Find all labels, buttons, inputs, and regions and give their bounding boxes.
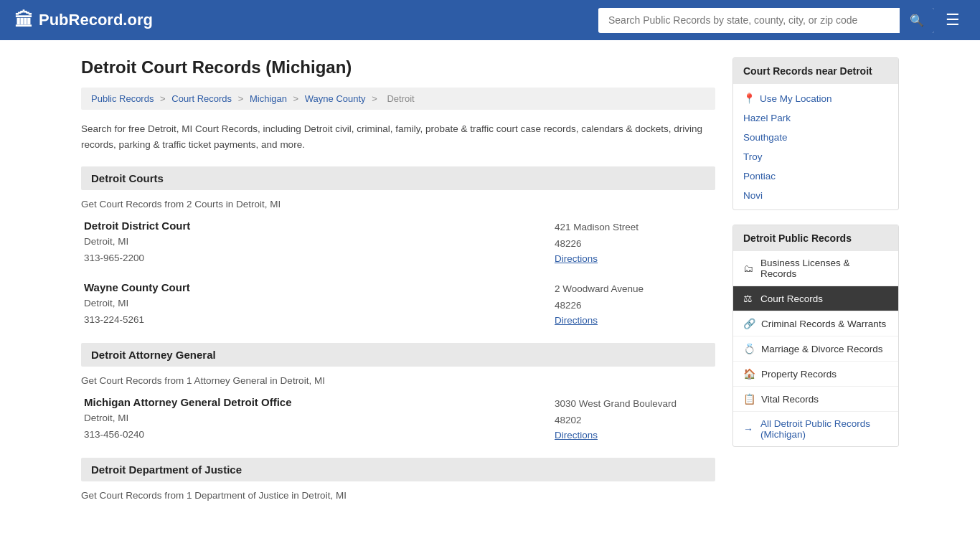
court-phone-ag: 313-456-0240 <box>84 427 526 443</box>
vital-records-link[interactable]: Vital Records <box>761 394 819 405</box>
pontiac-link[interactable]: Pontiac <box>743 171 776 182</box>
sidebar-near-southgate[interactable]: Southgate <box>733 128 898 147</box>
directions-link-district[interactable]: Directions <box>555 253 598 264</box>
court-name-ag: Michigan Attorney General Detroit Office <box>84 396 526 408</box>
breadcrumb-sep-3: > <box>293 93 301 104</box>
breadcrumb-public-records[interactable]: Public Records <box>91 93 154 104</box>
court-entry-wayne: Wayne County Court Detroit, MI 313-224-5… <box>81 281 715 329</box>
court-entry-district: Detroit District Court Detroit, MI 313-9… <box>81 220 715 267</box>
main-container: Detroit Court Records (Michigan) Public … <box>67 40 913 528</box>
sidebar-pub-marriage-records[interactable]: 💍 Marriage & Divorce Records <box>733 336 898 362</box>
court-address-ag: 3030 West Grand Boulevard <box>555 396 712 413</box>
sidebar-pub-vital-records[interactable]: 📋 Vital Records <box>733 387 898 412</box>
business-licenses-link[interactable]: Business Licenses & Records <box>760 258 888 279</box>
court-zip-wayne: 48226 <box>555 298 712 314</box>
property-records-link[interactable]: Property Records <box>761 369 837 380</box>
sidebar-use-location[interactable]: 📍 Use My Location <box>733 88 898 108</box>
scales-icon: ⚖ <box>743 293 755 304</box>
breadcrumb-sep-2: > <box>238 93 246 104</box>
logo-text: PubRecord.org <box>39 11 153 29</box>
arrow-right-icon: → <box>743 423 755 435</box>
header-right: 🔍 ☰ <box>598 8 966 33</box>
page-description: Search for free Detroit, MI Court Record… <box>81 121 715 152</box>
sidebar-near-troy[interactable]: Troy <box>733 147 898 166</box>
page-title: Detroit Court Records (Michigan) <box>81 57 715 77</box>
sidebar-pub-property-records[interactable]: 🏠 Property Records <box>733 362 898 387</box>
directions-link-ag[interactable]: Directions <box>555 430 598 441</box>
site-logo[interactable]: 🏛 PubRecord.org <box>14 9 153 32</box>
all-records-link[interactable]: All Detroit Public Records (Michigan) <box>760 418 888 440</box>
site-header: 🏛 PubRecord.org 🔍 ☰ <box>0 0 980 40</box>
briefcase-icon: 🗂 <box>743 263 755 274</box>
sidebar-pub-section: Detroit Public Records 🗂 Business Licens… <box>732 225 899 447</box>
novi-link[interactable]: Novi <box>743 190 763 201</box>
ring-icon: 💍 <box>743 343 755 354</box>
section-header-doj: Detroit Department of Justice <box>81 458 715 481</box>
court-name-wayne: Wayne County Court <box>84 281 526 293</box>
court-phone-wayne: 313-224-5261 <box>84 312 526 329</box>
location-pin-icon: 📍 <box>743 93 755 104</box>
sidebar-near-list: 📍 Use My Location Hazel Park Southgate T… <box>733 84 898 209</box>
marriage-records-link[interactable]: Marriage & Divorce Records <box>761 344 883 354</box>
ag-sub-desc: Get Court Records from 1 Attorney Genera… <box>81 375 715 386</box>
court-phone-district: 313-965-2200 <box>84 250 526 267</box>
court-entry-ag: Michigan Attorney General Detroit Office… <box>81 396 715 443</box>
court-address-wayne: 2 Woodward Avenue <box>555 281 712 298</box>
logo-icon: 🏛 <box>14 9 33 32</box>
court-address-district: 421 Madison Street <box>555 220 712 236</box>
clipboard-icon: 📋 <box>743 393 755 405</box>
court-zip-ag: 48202 <box>555 413 712 429</box>
court-name-district: Detroit District Court <box>84 220 526 232</box>
sidebar-near-hazel-park[interactable]: Hazel Park <box>733 108 898 128</box>
house-icon: 🏠 <box>743 368 755 380</box>
breadcrumb-sep-1: > <box>160 93 168 104</box>
breadcrumb-court-records[interactable]: Court Records <box>171 93 232 104</box>
court-city-ag: Detroit, MI <box>84 410 526 427</box>
section-header-courts: Detroit Courts <box>81 166 715 190</box>
chain-icon: 🔗 <box>743 318 755 329</box>
court-city-district: Detroit, MI <box>84 234 526 250</box>
sidebar-pub-header: Detroit Public Records <box>733 225 898 251</box>
breadcrumb-detroit: Detroit <box>387 93 414 104</box>
hazel-park-link[interactable]: Hazel Park <box>743 113 791 123</box>
breadcrumb-wayne-county[interactable]: Wayne County <box>305 93 366 104</box>
breadcrumb-michigan[interactable]: Michigan <box>250 93 287 104</box>
court-records-link[interactable]: Court Records <box>760 293 823 304</box>
search-button[interactable]: 🔍 <box>900 8 934 33</box>
sidebar-near-header: Court Records near Detroit <box>733 58 898 84</box>
breadcrumb-sep-4: > <box>372 93 380 104</box>
search-input[interactable] <box>598 9 900 32</box>
sidebar-near-novi[interactable]: Novi <box>733 186 898 205</box>
sidebar: Court Records near Detroit 📍 Use My Loca… <box>732 57 899 511</box>
search-bar: 🔍 <box>598 8 934 33</box>
section-header-ag: Detroit Attorney General <box>81 343 715 367</box>
sidebar-pub-criminal-records[interactable]: 🔗 Criminal Records & Warrants <box>733 311 898 336</box>
southgate-link[interactable]: Southgate <box>743 132 788 143</box>
content-area: Detroit Court Records (Michigan) Public … <box>81 57 715 511</box>
sidebar-pub-all-records[interactable]: → All Detroit Public Records (Michigan) <box>733 412 898 446</box>
sidebar-near-pontiac[interactable]: Pontiac <box>733 166 898 186</box>
court-city-wayne: Detroit, MI <box>84 296 526 312</box>
criminal-records-link[interactable]: Criminal Records & Warrants <box>761 319 886 329</box>
hamburger-menu-button[interactable]: ☰ <box>940 8 966 32</box>
court-zip-district: 48226 <box>555 236 712 253</box>
sidebar-pub-business-licenses[interactable]: 🗂 Business Licenses & Records <box>733 251 898 286</box>
doj-sub-desc: Get Court Records from 1 Department of J… <box>81 490 715 501</box>
sidebar-near-section: Court Records near Detroit 📍 Use My Loca… <box>732 57 899 210</box>
courts-sub-desc: Get Court Records from 2 Courts in Detro… <box>81 199 715 209</box>
sidebar-pub-list: 🗂 Business Licenses & Records ⚖ Court Re… <box>733 251 898 446</box>
breadcrumb: Public Records > Court Records > Michiga… <box>81 88 715 110</box>
directions-link-wayne[interactable]: Directions <box>555 315 598 326</box>
sidebar-pub-court-records[interactable]: ⚖ Court Records <box>733 286 898 311</box>
use-location-label: Use My Location <box>760 93 832 104</box>
troy-link[interactable]: Troy <box>743 151 763 162</box>
